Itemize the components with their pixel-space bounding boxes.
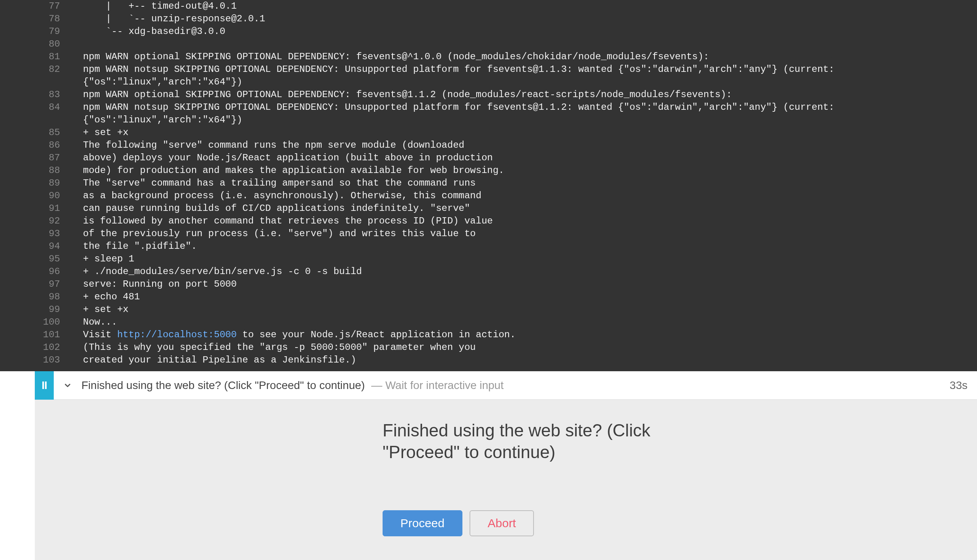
- line-number: 100: [0, 316, 83, 329]
- line-text: | `-- unzip-response@2.0.1: [83, 13, 977, 25]
- console-line: 82npm WARN notsup SKIPPING OPTIONAL DEPE…: [0, 63, 977, 88]
- console-line: 86The following "serve" command runs the…: [0, 139, 977, 152]
- console-line: 79 `-- xdg-basedir@3.0.0: [0, 25, 977, 38]
- console-line: 91can pause running builds of CI/CD appl…: [0, 202, 977, 215]
- prompt-heading: Finished using the web site? (Click "Pro…: [383, 419, 683, 463]
- console-line: 88mode) for production and makes the app…: [0, 164, 977, 177]
- line-text: Visit http://localhost:5000 to see your …: [83, 329, 977, 341]
- console-line: 85+ set +x: [0, 126, 977, 139]
- line-number: 81: [0, 51, 83, 63]
- line-number: 99: [0, 303, 83, 316]
- line-number: 77: [0, 0, 83, 13]
- line-text: as a background process (i.e. asynchrono…: [83, 190, 977, 202]
- abort-button[interactable]: Abort: [470, 510, 534, 536]
- console-line: 103created your initial Pipeline as a Je…: [0, 354, 977, 366]
- line-number: 84: [0, 101, 83, 114]
- console-line: 77 | +-- timed-out@4.0.1: [0, 0, 977, 13]
- stage-duration: 33s: [950, 379, 977, 392]
- console-line: 81npm WARN optional SKIPPING OPTIONAL DE…: [0, 51, 977, 63]
- console-line: 89The "serve" command has a trailing amp…: [0, 177, 977, 190]
- console-link[interactable]: http://localhost:5000: [117, 329, 236, 340]
- expand-toggle[interactable]: [54, 381, 81, 390]
- console-line: 92is followed by another command that re…: [0, 215, 977, 227]
- line-text: can pause running builds of CI/CD applic…: [83, 202, 977, 215]
- line-number: 93: [0, 227, 83, 240]
- line-number: 90: [0, 190, 83, 202]
- line-text: + sleep 1: [83, 253, 977, 265]
- line-number: 89: [0, 177, 83, 190]
- line-number: 82: [0, 63, 83, 76]
- line-text: + echo 481: [83, 291, 977, 303]
- console-line: 96+ ./node_modules/serve/bin/serve.js -c…: [0, 265, 977, 278]
- line-text: | +-- timed-out@4.0.1: [83, 0, 977, 13]
- line-text: is followed by another command that retr…: [83, 215, 977, 227]
- console-line: 80: [0, 38, 977, 51]
- line-number: 92: [0, 215, 83, 227]
- console-line: 87above) deploys your Node.js/React appl…: [0, 152, 977, 164]
- line-text: `-- xdg-basedir@3.0.0: [83, 25, 977, 38]
- stage-title: Finished using the web site? (Click "Pro…: [81, 379, 365, 392]
- console-line: 93of the previously run process (i.e. "s…: [0, 227, 977, 240]
- line-text: the file ".pidfile".: [83, 240, 977, 253]
- line-text: Now...: [83, 316, 977, 329]
- line-number: 97: [0, 278, 83, 291]
- console-line: 99+ set +x: [0, 303, 977, 316]
- line-text: + set +x: [83, 303, 977, 316]
- line-number: 94: [0, 240, 83, 253]
- line-number: 80: [0, 38, 83, 51]
- line-number: 85: [0, 126, 83, 139]
- line-number: 95: [0, 253, 83, 265]
- line-text: + set +x: [83, 126, 977, 139]
- line-number: 83: [0, 88, 83, 101]
- line-number: 86: [0, 139, 83, 152]
- line-text: serve: Running on port 5000: [83, 278, 977, 291]
- console-line: 84npm WARN notsup SKIPPING OPTIONAL DEPE…: [0, 101, 977, 126]
- line-text: npm WARN optional SKIPPING OPTIONAL DEPE…: [83, 51, 977, 63]
- line-text: above) deploys your Node.js/React applic…: [83, 152, 977, 164]
- line-number: 96: [0, 265, 83, 278]
- line-number: 101: [0, 329, 83, 341]
- chevron-down-icon: [63, 381, 72, 390]
- line-number: 98: [0, 291, 83, 303]
- console-line: 83npm WARN optional SKIPPING OPTIONAL DE…: [0, 88, 977, 101]
- line-text: The following "serve" command runs the n…: [83, 139, 977, 152]
- stage-header: II Finished using the web site? (Click "…: [35, 371, 977, 400]
- line-text: npm WARN optional SKIPPING OPTIONAL DEPE…: [83, 88, 977, 101]
- line-number: 87: [0, 152, 83, 164]
- line-text: npm WARN notsup SKIPPING OPTIONAL DEPEND…: [83, 101, 977, 126]
- console-line: 97serve: Running on port 5000: [0, 278, 977, 291]
- line-text: (This is why you specified the "args -p …: [83, 341, 977, 354]
- line-text: + ./node_modules/serve/bin/serve.js -c 0…: [83, 265, 977, 278]
- console-line: 90as a background process (i.e. asynchro…: [0, 190, 977, 202]
- line-text: created your initial Pipeline as a Jenki…: [83, 354, 977, 366]
- input-prompt-panel: Finished using the web site? (Click "Pro…: [35, 400, 977, 560]
- console-line: 94the file ".pidfile".: [0, 240, 977, 253]
- console-line: 101Visit http://localhost:5000 to see yo…: [0, 329, 977, 341]
- line-number: 78: [0, 13, 83, 25]
- pause-glyph: II: [41, 379, 47, 392]
- line-text: of the previously run process (i.e. "ser…: [83, 227, 977, 240]
- console-output: 77 | +-- timed-out@4.0.178 | `-- unzip-r…: [0, 0, 977, 371]
- pause-icon: II: [35, 371, 54, 400]
- line-number: 91: [0, 202, 83, 215]
- console-line: 100Now...: [0, 316, 977, 329]
- line-number: 88: [0, 164, 83, 177]
- console-line: 98+ echo 481: [0, 291, 977, 303]
- line-number: 103: [0, 354, 83, 366]
- line-number: 79: [0, 25, 83, 38]
- console-line: 78 | `-- unzip-response@2.0.1: [0, 13, 977, 25]
- line-text: The "serve" command has a trailing amper…: [83, 177, 977, 190]
- proceed-button[interactable]: Proceed: [383, 510, 462, 536]
- stage-subtitle: — Wait for interactive input: [371, 379, 504, 392]
- line-number: 102: [0, 341, 83, 354]
- line-text: npm WARN notsup SKIPPING OPTIONAL DEPEND…: [83, 63, 977, 88]
- console-line: 102(This is why you specified the "args …: [0, 341, 977, 354]
- line-text: mode) for production and makes the appli…: [83, 164, 977, 177]
- console-line: 95+ sleep 1: [0, 253, 977, 265]
